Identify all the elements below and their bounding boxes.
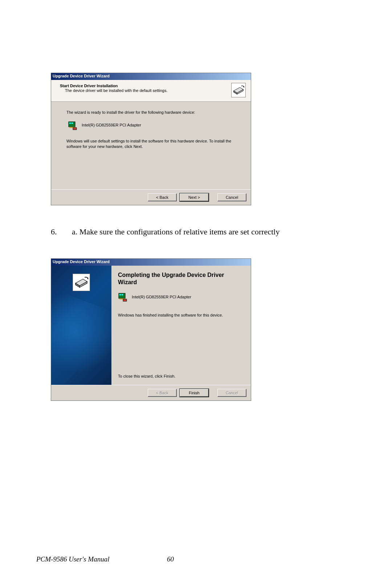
wizard-body: The wizard is ready to install the drive… xyxy=(51,102,251,189)
completing-title: Completing the Upgrade Device Driver Wiz… xyxy=(118,271,244,286)
finish-button[interactable]: Finish xyxy=(180,389,209,397)
close-hint: To close this wizard, click Finish. xyxy=(118,374,244,378)
device-row: Intel(R) GD82559ER PCI Adapter xyxy=(66,120,236,130)
manual-title: PCM-9586 User's Manual xyxy=(36,555,109,563)
back-button: < Back xyxy=(148,389,177,397)
device-name: Intel(R) GD82559ER PCI Adapter xyxy=(82,122,141,128)
button-bar: < Back Finish Cancel xyxy=(51,385,251,400)
header-subtitle: The device driver will be installed with… xyxy=(60,88,246,93)
back-button[interactable]: < Back xyxy=(148,193,177,201)
svg-rect-16 xyxy=(119,294,121,295)
step-instruction: 6. a. Make sure the configurations of re… xyxy=(51,227,341,237)
device-card-icon xyxy=(73,274,90,291)
wizard-dialog-complete: Upgrade Device Driver Wizard Completing … xyxy=(51,258,251,401)
device-row: Intel(R) GD82559ER PCI Adapter xyxy=(118,292,244,302)
step-number: 6. xyxy=(51,227,57,237)
step-text: a. Make sure the configurations of relat… xyxy=(72,227,279,237)
finished-text: Windows has finished installing the soft… xyxy=(118,313,244,317)
next-button[interactable]: Next > xyxy=(180,193,209,201)
wizard-sidebar-graphic xyxy=(51,266,111,385)
intro-text: The wizard is ready to install the drive… xyxy=(66,110,236,115)
header-title: Start Device Driver Installation xyxy=(60,84,246,88)
network-card-icon xyxy=(118,292,128,302)
titlebar[interactable]: Upgrade Device Driver Wizard xyxy=(51,73,251,80)
button-bar: < Back Next > Cancel xyxy=(51,189,251,205)
page-number: 60 xyxy=(167,555,174,563)
device-card-icon xyxy=(231,83,246,97)
page-footer: PCM-9586 User's Manual 60 xyxy=(36,555,356,563)
svg-rect-7 xyxy=(72,122,73,124)
wizard-dialog-start: Upgrade Device Driver Wizard Start Devic… xyxy=(51,73,251,205)
wizard-header: Start Device Driver Installation The dev… xyxy=(51,80,251,102)
titlebar-text: Upgrade Device Driver Wizard xyxy=(53,259,110,264)
svg-rect-17 xyxy=(122,294,123,295)
svg-rect-6 xyxy=(69,122,71,124)
cancel-button[interactable]: Cancel xyxy=(217,193,246,201)
titlebar[interactable]: Upgrade Device Driver Wizard xyxy=(51,259,251,266)
wizard-body: Completing the Upgrade Device Driver Wiz… xyxy=(111,266,251,385)
cancel-button: Cancel xyxy=(217,389,246,397)
titlebar-text: Upgrade Device Driver Wizard xyxy=(53,74,110,78)
svg-rect-19 xyxy=(123,299,127,301)
svg-rect-9 xyxy=(73,128,77,130)
device-name: Intel(R) GD82559ER PCI Adapter xyxy=(132,295,191,299)
instruction-text: Windows will use default settings to ins… xyxy=(66,138,236,149)
network-card-icon xyxy=(68,120,78,130)
